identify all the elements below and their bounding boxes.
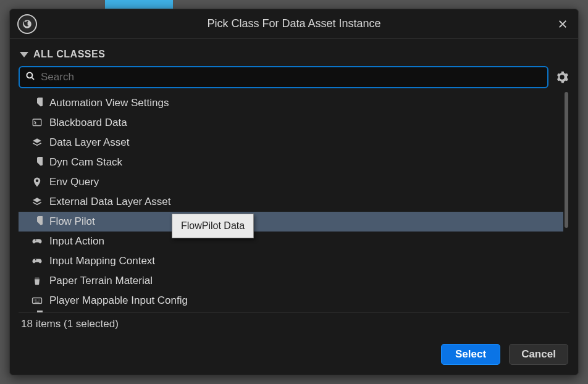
list-item[interactable]: Env Query [19, 172, 563, 192]
gamepad-icon [31, 255, 43, 267]
scrollbar[interactable] [563, 91, 569, 312]
list-item[interactable]: Blackboard Data [19, 113, 563, 133]
dialog-title: Pick Class For Data Asset Instance [10, 17, 578, 30]
trash-icon [31, 275, 43, 287]
list-item-label: Paper Terrain Material [49, 275, 153, 287]
list-item-label: Data Layer Asset [49, 136, 129, 149]
search-row [19, 66, 569, 88]
board-icon [31, 117, 43, 129]
pie-icon [31, 311, 43, 312]
status-bar: 18 items (1 selected) [19, 312, 569, 333]
pie-icon [31, 97, 43, 109]
list-item-label: Input Mapping Context [49, 255, 155, 267]
class-picker-dialog: Pick Class For Data Asset Instance ALL C… [9, 9, 579, 375]
list-item[interactable] [19, 311, 563, 312]
section-header-all-classes[interactable]: ALL CLASSES [19, 45, 569, 66]
pie-icon [31, 215, 43, 228]
layers-icon [31, 136, 43, 149]
list-item[interactable]: Paper Terrain Material [19, 271, 563, 291]
layers-icon [31, 196, 43, 208]
tooltip: FlowPilot Data [172, 214, 254, 238]
search-field-wrap[interactable] [19, 66, 548, 88]
list-item[interactable]: Input Mapping Context [19, 251, 563, 271]
list-item-label: Automation View Settings [49, 97, 169, 109]
search-input[interactable] [41, 71, 542, 83]
cancel-button[interactable]: Cancel [509, 344, 568, 365]
list-item[interactable]: Flow Pilot [19, 212, 563, 232]
class-list[interactable]: Automation View SettingsBlackboard DataD… [19, 91, 563, 312]
dialog-body: ALL CLASSES Automation View SettingsBlac… [10, 39, 578, 333]
keyboard-icon [31, 294, 43, 307]
gamepad-icon [31, 235, 43, 248]
list-item[interactable]: Player Mappable Input Config [19, 291, 563, 311]
select-button[interactable]: Select [441, 344, 500, 365]
dialog-titlebar: Pick Class For Data Asset Instance [10, 9, 578, 39]
tooltip-text: FlowPilot Data [181, 220, 245, 231]
list-item-label: Player Mappable Input Config [49, 294, 188, 307]
pin-icon [31, 176, 43, 188]
list-item[interactable]: Dyn Cam Stack [19, 152, 563, 172]
dialog-footer: Select Cancel [10, 333, 578, 375]
list-item-label: Env Query [49, 176, 99, 188]
cancel-button-label: Cancel [521, 348, 556, 361]
unreal-logo-icon [17, 14, 37, 34]
list-item-label: Flow Pilot [49, 215, 95, 228]
section-label: ALL CLASSES [33, 49, 105, 60]
pie-icon [31, 156, 43, 169]
close-button[interactable] [555, 16, 571, 32]
scrollbar-thumb[interactable] [565, 92, 568, 228]
status-text: 18 items (1 selected) [21, 318, 119, 330]
list-item-label: Input Action [49, 235, 104, 248]
chevron-down-icon [20, 52, 28, 57]
list-item[interactable]: Data Layer Asset [19, 133, 563, 152]
list-item-label: External Data Layer Asset [49, 196, 171, 208]
search-icon [25, 70, 36, 84]
list-item[interactable]: Input Action [19, 232, 563, 251]
svg-point-0 [27, 72, 32, 78]
list-item-label: Dyn Cam Stack [49, 156, 122, 169]
svg-rect-1 [33, 119, 41, 126]
list-item-label: Blackboard Data [49, 117, 127, 129]
class-list-container: Automation View SettingsBlackboard DataD… [19, 91, 569, 312]
select-button-label: Select [455, 348, 486, 361]
background-accent [105, 0, 173, 9]
list-item[interactable]: External Data Layer Asset [19, 192, 563, 212]
list-item[interactable]: Automation View Settings [19, 93, 563, 113]
settings-button[interactable] [555, 70, 569, 85]
